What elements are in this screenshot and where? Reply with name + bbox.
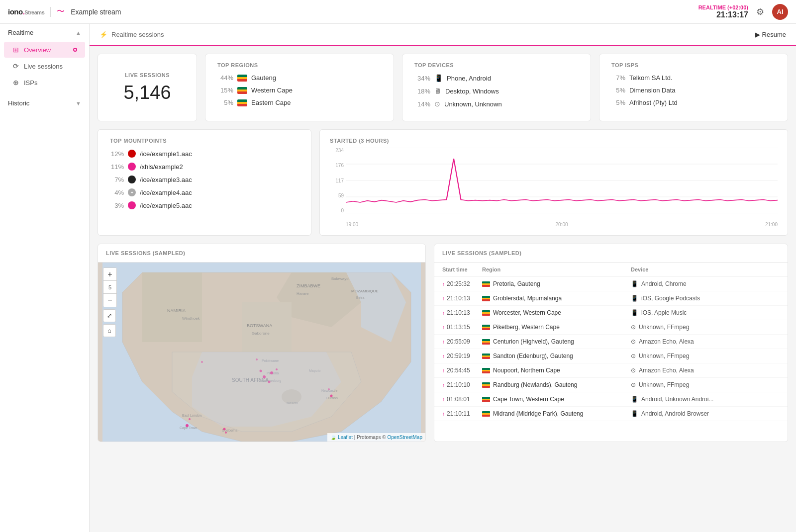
- row-flag: [482, 411, 490, 417]
- overview-icon: ⊞: [12, 46, 20, 54]
- top-nav: iono.Streams 〜 Example stream REALTIME (…: [0, 0, 796, 24]
- row-flag: [482, 397, 490, 402]
- row-device: Android, Unknown Androi...: [641, 396, 713, 403]
- row-device: Amazon Echo, Alexa: [639, 338, 694, 345]
- top-right: REALTIME (+02:00) 21:13:17 ⚙ AI: [698, 4, 788, 20]
- svg-text:BOTSWANA: BOTSWANA: [247, 323, 272, 328]
- zoom-out-button[interactable]: −: [103, 294, 116, 307]
- chart-card: STARTED (3 HOURS) 234 176 117 59 0: [319, 129, 788, 236]
- row-flag: [482, 382, 490, 388]
- live-sessions-count: 5,146: [123, 82, 171, 103]
- svg-text:Bulawayo: Bulawayo: [331, 276, 349, 281]
- top-regions-card: TOP REGIONS 44% Gauteng 15% Western Cape…: [205, 54, 394, 121]
- mount-icon-4: ✦: [128, 188, 136, 196]
- sessions-bar-label: Realtime sessions: [111, 31, 164, 38]
- map-card-header: LIVE SESSIONS (SAMPLED): [98, 244, 425, 263]
- chart-title: STARTED (3 HOURS): [330, 138, 778, 144]
- table-row: ↑ 21:10:11 Midrand (Midridge Park), Gaut…: [434, 407, 788, 421]
- home-button[interactable]: ⌂: [103, 324, 116, 337]
- region-pct-3: 5%: [217, 99, 233, 106]
- device-icon: ⊙: [631, 353, 636, 359]
- row-flag: [482, 354, 490, 359]
- row-device: Android, Chrome: [641, 280, 687, 287]
- svg-point-37: [189, 418, 191, 420]
- region-row-3: 5% Eastern Cape: [217, 99, 382, 106]
- device-icon: 📱: [631, 280, 638, 287]
- isps-icon: ⊕: [12, 79, 20, 87]
- device-row-2: 18% 🖥 Desktop, Windows: [414, 87, 579, 95]
- zoom-level: 5: [103, 281, 116, 294]
- row-time: 01:08:01: [447, 396, 470, 403]
- row-region: Noupoort, Northern Cape: [493, 367, 560, 374]
- live-sessions-icon: ⟳: [12, 62, 20, 70]
- mount-row-2: 11% /xhls/example2: [110, 163, 299, 171]
- trend-up-icon: ↑: [442, 281, 445, 287]
- sessions-bar: ⚡ Realtime sessions ▶ Resume: [90, 24, 796, 46]
- trend-up-icon: ↑: [442, 339, 445, 345]
- row-region: Pretoria, Gauteng: [493, 280, 540, 287]
- avatar[interactable]: AI: [772, 4, 788, 20]
- row-flag: [482, 368, 490, 373]
- row-flag: [482, 310, 490, 316]
- svg-text:Cape Town: Cape Town: [180, 426, 197, 430]
- settings-icon[interactable]: ⚙: [756, 6, 764, 17]
- trend-up-icon: ↑: [442, 397, 445, 402]
- row-device: Android, Android Browser: [641, 410, 709, 417]
- isp-row-3: 5% Afrihost (Pty) Ltd: [611, 99, 776, 106]
- row-device: Unknown, FFmpeg: [639, 381, 689, 388]
- row-time: 01:13:15: [447, 324, 470, 331]
- table-row: ↑ 20:54:45 Noupoort, Northern Cape ⊙ Ama…: [434, 363, 788, 378]
- row-flag: [482, 325, 490, 330]
- phone-icon: 📱: [434, 74, 443, 82]
- fullscreen-button[interactable]: ⤢: [103, 309, 116, 322]
- table-body: ↑ 20:25:32 Pretoria, Gauteng 📱 Android, …: [434, 277, 788, 442]
- chart-area: 234 176 117 59 0: [330, 148, 778, 227]
- row-device: iOS, Apple Music: [641, 309, 687, 316]
- device-row-3: 14% ⊙ Unknown, Unknown: [414, 100, 579, 108]
- top-stats-row: LIVE SESSIONS 5,146 TOP REGIONS 44% Gaut…: [98, 54, 788, 121]
- table-row: ↑ 20:25:32 Pretoria, Gauteng 📱 Android, …: [434, 277, 788, 291]
- table-row: ↑ 20:55:09 Centurion (Highveld), Gauteng…: [434, 335, 788, 349]
- sidebar-item-isps[interactable]: ⊕ ISPs: [4, 75, 85, 90]
- row-time: 21:10:13: [447, 309, 470, 316]
- realtime-label: REALTIME (+02:00): [698, 4, 748, 10]
- row-region: Midrand (Midridge Park), Gauteng: [493, 410, 583, 417]
- trend-up-icon: ↑: [442, 296, 445, 301]
- trend-up-icon: ↑: [442, 325, 445, 330]
- content-area: ⚡ Realtime sessions ▶ Resume LIVE SESSIO…: [90, 24, 796, 532]
- sidebar-section-realtime[interactable]: Realtime ▲: [0, 24, 89, 41]
- sidebar-item-live-sessions[interactable]: ⟳ Live sessions: [4, 58, 85, 74]
- map-svg: NAMIBIA Windhoek BOTSWANA Gaborone ZIMBA…: [98, 263, 425, 442]
- sidebar: Realtime ▲ ⊞ Overview ⟳ Live sessions ⊕ …: [0, 24, 90, 532]
- trend-up-icon: ↑: [442, 310, 445, 316]
- stream-name: Example stream: [71, 8, 121, 16]
- zoom-in-out-group: + 5 −: [103, 267, 117, 307]
- row-time: 21:10:10: [447, 381, 470, 388]
- row-region: Randburg (Newlands), Gauteng: [493, 381, 577, 388]
- svg-text:NAMIBIA: NAMIBIA: [167, 308, 186, 313]
- resume-button[interactable]: ▶ Resume: [755, 31, 786, 38]
- sidebar-section-historic[interactable]: Historic ▼: [0, 94, 89, 112]
- isp-row-2: 5% Dimension Data: [611, 87, 776, 94]
- sidebar-item-overview[interactable]: ⊞ Overview: [4, 42, 85, 58]
- row-region: Piketberg, Western Cape: [493, 324, 560, 331]
- svg-text:Harare: Harare: [297, 291, 309, 296]
- table-row: ↑ 21:10:13 Worcester, Western Cape 📱 iOS…: [434, 306, 788, 320]
- active-dot-icon: [73, 48, 77, 52]
- device-icon: 📱: [631, 396, 638, 403]
- svg-text:East London: East London: [182, 414, 201, 417]
- mount-icon-2: [128, 163, 136, 171]
- row-time: 21:10:13: [447, 295, 470, 302]
- region-pct-2: 15%: [217, 87, 233, 94]
- device-icon: ⊙: [631, 367, 636, 374]
- sidebar-realtime-section: Realtime ▲ ⊞ Overview ⟳ Live sessions ⊕ …: [0, 24, 89, 90]
- nav-divider: [50, 7, 51, 17]
- device-icon: 📱: [631, 309, 638, 316]
- row-flag: [482, 339, 490, 345]
- mount-row-5: 3% /ice/example5.aac: [110, 201, 299, 209]
- zoom-in-button[interactable]: +: [103, 268, 116, 281]
- top-devices-card: TOP DEVICES 34% 📱 Phone, Android 18% 🖥 D…: [402, 54, 591, 121]
- svg-text:ZIMBABWE: ZIMBABWE: [297, 283, 320, 288]
- trend-up-icon: ↑: [442, 411, 445, 417]
- device-icon: ⊙: [631, 324, 636, 331]
